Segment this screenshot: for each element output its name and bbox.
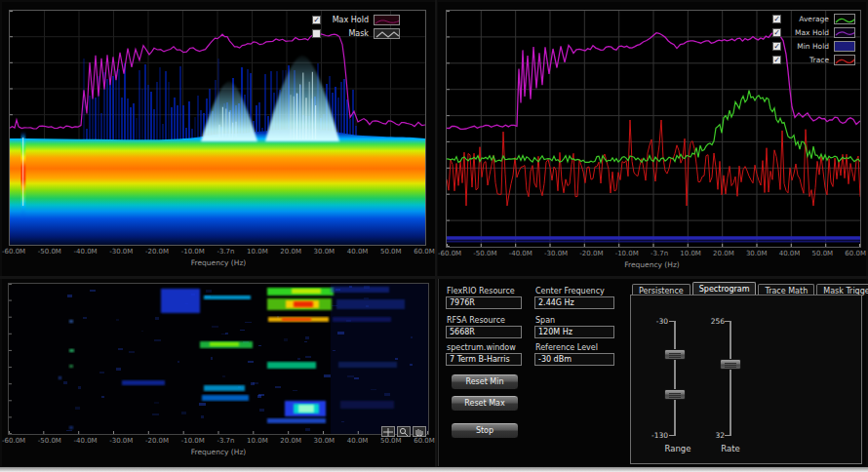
legend-row-max-hold: ✓ Max Hold	[312, 14, 400, 25]
stop-button[interactable]: Stop	[451, 422, 519, 439]
min-hold-label: Min Hold	[786, 42, 829, 51]
max-hold-label: Max Hold	[326, 16, 369, 24]
spectrogram-panel: -60.0M-50.0M-40.0M-30.0M-20.0M-10.0M-3.7…	[2, 279, 435, 466]
max-hold-label: Max Hold	[786, 28, 829, 37]
reset-min-button[interactable]: Reset Min	[451, 374, 519, 390]
center-frequency-label: Center Frequency	[535, 287, 605, 295]
x-tick-label: 30.0M	[746, 250, 768, 257]
cursor-tool-icon[interactable]	[381, 426, 395, 437]
trace-checkbox[interactable]: ✓	[772, 56, 781, 64]
x-tick-label: 20.0M	[280, 437, 301, 445]
range-slider-handle-lower[interactable]	[664, 389, 686, 400]
rfsa-resource-field[interactable]: 5668R	[446, 326, 522, 338]
span-label: Span	[535, 316, 555, 325]
x-tick-label: 40.0M	[347, 437, 369, 445]
span-field[interactable]: 120M Hz	[534, 326, 614, 338]
mask-label: Mask	[326, 29, 369, 38]
x-tick-label: -3.7n	[651, 250, 668, 257]
x-tick-label: 30.0M	[314, 248, 335, 256]
x-tick-label: -50.0M	[38, 248, 61, 256]
x-tick-label: -10.0M	[181, 437, 205, 445]
persistence-display	[10, 11, 425, 245]
x-tick-label: 50.0M	[380, 437, 402, 445]
rate-min-label: 32	[701, 431, 725, 440]
spectrum-plot: ✓ Average ✓ Max Hold ✓ Min Hold	[446, 10, 861, 248]
range-slider-handle-upper[interactable]	[664, 349, 686, 360]
x-tick-label: 60.0M	[845, 250, 866, 257]
persistence-graph-panel: ✓ Max Hold Mask -60.0M-50.0M-40.0M-30.0M…	[2, 2, 435, 276]
range-slider-caption: Range	[658, 444, 697, 453]
rfsa-resource-label: RFSA Resource	[447, 316, 505, 325]
settings-tabs: Persistence Spectrogram Trace Math Mask …	[632, 282, 868, 295]
max-hold-checkbox[interactable]: ✓	[312, 16, 321, 24]
legend-row-average: ✓ Average	[772, 13, 855, 24]
min-hold-swatch[interactable]	[834, 41, 855, 52]
rate-slider-handle[interactable]	[720, 359, 741, 370]
x-tick-label: -10.0M	[615, 250, 639, 257]
x-tick-label: 40.0M	[347, 248, 369, 256]
spectrogram-x-axis-title: Frequency (Hz)	[2, 448, 435, 456]
spectrum-window-dropdown[interactable]: 7 Term B-Harris	[446, 353, 522, 366]
range-max-label: -30	[643, 317, 668, 326]
average-swatch[interactable]	[834, 14, 855, 24]
persistence-x-axis-title: Frequency (Hz)	[2, 258, 435, 267]
x-tick-label: 10.0M	[247, 437, 268, 445]
x-tick-label: -3.7n	[217, 437, 234, 445]
rate-min-tick	[725, 435, 730, 436]
x-tick-label: -10.0M	[181, 248, 205, 256]
reference-level-label: Reference Level	[535, 343, 598, 352]
legend-row-min-hold: ✓ Min Hold	[772, 40, 855, 52]
x-tick-label: -50.0M	[38, 437, 61, 445]
flexrio-resource-label: FlexRIO Resource	[447, 287, 515, 295]
spectrogram-x-axis: -60.0M-50.0M-40.0M-30.0M-20.0M-10.0M-3.7…	[2, 437, 435, 445]
spectrum-window-label: spectrum.window	[447, 343, 516, 352]
range-min-label: -130	[637, 431, 668, 440]
range-min-tick	[669, 435, 675, 436]
persistence-plot: ✓ Max Hold Mask	[9, 10, 426, 246]
x-tick-label: -60.0M	[438, 250, 461, 257]
mask-checkbox[interactable]	[312, 29, 321, 38]
rate-slider-groove[interactable]	[730, 321, 731, 436]
x-tick-label: -30.0M	[109, 248, 133, 256]
mask-swatch[interactable]	[374, 28, 400, 39]
spectrogram-tab-content: -30 -130 Range 256 32 Rate	[630, 295, 862, 464]
quadrant-divider-vertical	[435, 0, 437, 467]
spectrum-legend: ✓ Average ✓ Max Hold ✓ Min Hold	[772, 13, 855, 65]
x-tick-label: -3.7n	[217, 248, 234, 256]
reset-max-button[interactable]: Reset Max	[451, 395, 519, 412]
control-panel: FlexRIO Resource 7976R RFSA Resource 566…	[438, 279, 866, 466]
spectrum-x-axis: -60.0M-50.0M-40.0M-30.0M-20.0M-10.0M-3.7…	[438, 250, 866, 257]
max-hold-checkbox[interactable]: ✓	[772, 28, 781, 37]
x-tick-label: 20.0M	[280, 248, 301, 256]
reference-level-field[interactable]: -30 dBm	[534, 353, 614, 366]
quadrant-divider-horizontal	[0, 276, 868, 279]
tab-spectrogram[interactable]: Spectrogram	[692, 282, 757, 295]
rf-analyzer-window: ✓ Max Hold Mask -60.0M-50.0M-40.0M-30.0M…	[0, 0, 868, 472]
range-slider-groove[interactable]	[674, 321, 676, 436]
pan-tool-icon[interactable]	[413, 426, 426, 437]
rate-max-label: 256	[699, 317, 725, 326]
x-tick-label: -20.0M	[145, 248, 169, 256]
flexrio-resource-field[interactable]: 7976R	[446, 296, 522, 309]
x-tick-label: 60.0M	[414, 437, 435, 445]
x-tick-label: -50.0M	[473, 250, 496, 257]
min-hold-checkbox[interactable]: ✓	[772, 42, 781, 51]
legend-row-mask: Mask	[312, 27, 400, 39]
average-label: Average	[786, 15, 829, 23]
average-checkbox[interactable]: ✓	[772, 15, 781, 23]
x-tick-label: -40.0M	[73, 437, 97, 445]
x-tick-label: 50.0M	[380, 248, 402, 256]
x-tick-label: -60.0M	[2, 248, 25, 256]
trace-swatch[interactable]	[834, 55, 855, 65]
x-tick-label: -30.0M	[544, 250, 568, 257]
center-frequency-field[interactable]: 2.44G Hz	[534, 296, 614, 309]
legend-row-max-hold: ✓ Max Hold	[772, 26, 855, 38]
max-hold-swatch[interactable]	[374, 15, 400, 25]
max-hold-swatch[interactable]	[834, 27, 855, 38]
spectrum-x-axis-title: Frequency (Hz)	[438, 260, 866, 269]
zoom-tool-icon[interactable]	[397, 426, 411, 437]
x-tick-label: -40.0M	[509, 250, 533, 257]
x-tick-label: 10.0M	[680, 250, 701, 257]
x-tick-label: -60.0M	[2, 437, 25, 445]
trace-label: Trace	[786, 56, 829, 64]
